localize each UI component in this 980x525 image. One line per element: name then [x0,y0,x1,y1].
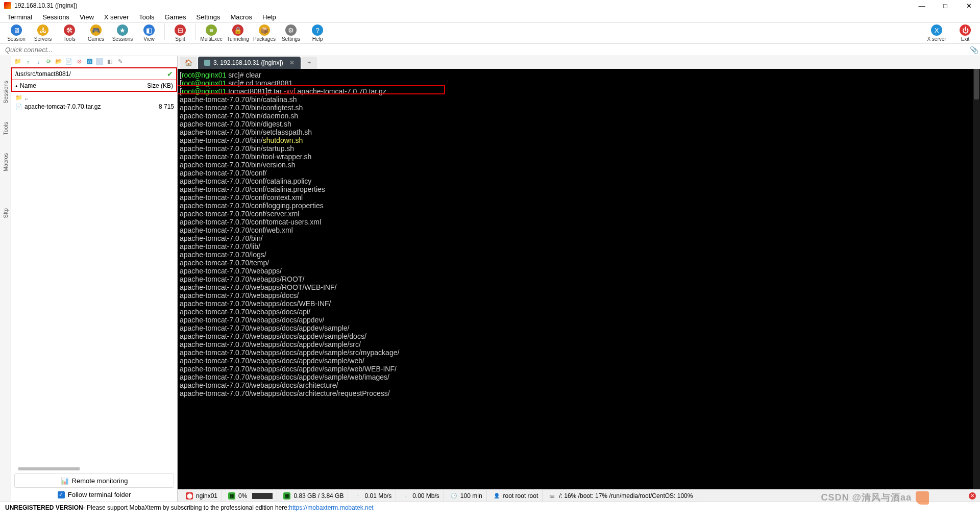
terminal[interactable]: [root@nginx01 src]# clear[root@nginx01 s… [178,69,980,489]
toolbar-label: MultiExec [200,36,222,42]
session-tab[interactable]: 3. 192.168.10.31 ([nginx]) ✕ [198,57,301,69]
left-tabstrip: Sessions Tools Macros Sftp [0,56,11,502]
menu-tools[interactable]: Tools [134,12,159,22]
terminal-scrollbar[interactable] [973,69,980,489]
toolbar-servers[interactable]: 🖧Servers [30,23,56,43]
upload-icon[interactable]: ↑ [24,58,32,65]
session-icon: 🖥 [11,24,22,36]
footer-bold: UNREGISTERED VERSION [5,504,83,511]
sftp-path-bar: ✔ [11,67,177,80]
window-title: 192.168.10.31 ([nginx]) [14,2,77,9]
menu-settings[interactable]: Settings [191,12,226,22]
home-tab[interactable]: 🏠 [180,57,197,69]
terminal-statusbar: ⬤nginx01 ▦0% ▦0.83 GB / 3.84 GB ↑0.01 Mb… [178,489,980,502]
status-uptime: 🕑100 min [446,490,487,502]
remote-monitoring-button[interactable]: 📊 Remote monitoring [14,473,174,488]
toolbar-multiexec[interactable]: ≡MultiExec [198,23,225,43]
quick-connect-bar: 📎 [0,44,980,56]
footer-link[interactable]: https://mobaxterm.mobatek.net [289,504,373,511]
toolbar-tools[interactable]: 🛠Tools [56,23,83,43]
toolbar-session[interactable]: 🖥Session [3,23,30,43]
menu-macros[interactable]: Macros [225,12,257,22]
close-button[interactable]: ✕ [962,2,976,10]
follow-terminal-checkbox[interactable]: ✓ Follow terminal folder [14,491,174,498]
download-icon[interactable]: ↓ [35,58,42,65]
toolbar-view[interactable]: ◧View [136,23,162,43]
refresh-icon[interactable]: ⟳ [45,58,52,65]
new-file-icon[interactable]: 📄 [65,58,72,65]
monitor-icon: 📊 [61,477,69,485]
status-cpu: ▦0% [224,490,277,502]
remote-monitoring-label: Remote monitoring [72,477,128,485]
col-size[interactable]: Size (KB) [132,82,173,89]
user-icon: 👤 [493,492,500,499]
side-tab-sessions[interactable]: Sessions [2,79,10,106]
toolbar-help[interactable]: ?Help [304,23,331,43]
toolbar-tunneling[interactable]: 🔒Tunneling [225,23,251,43]
terminal-area: 🏠 3. 192.168.10.31 ([nginx]) ✕ + [root@n… [178,56,980,502]
toolbar-sessions[interactable]: ★Sessions [109,23,136,43]
quick-connect-input[interactable] [0,44,968,56]
col-name[interactable]: ▴Name [15,82,132,89]
menu-view[interactable]: View [75,12,99,22]
side-tab-macros[interactable]: Macros [2,151,10,173]
toolbar-settings[interactable]: ⚙Settings [278,23,304,43]
menu-help[interactable]: Help [257,12,281,22]
new-folder-icon[interactable]: 📂 [55,58,62,65]
menu-terminal[interactable]: Terminal [2,12,37,22]
filter-icon[interactable] [96,58,103,65]
menu-games[interactable]: Games [160,12,191,22]
side-tab-tools[interactable]: Tools [2,120,10,137]
checkbox-icon: ✓ [58,491,65,498]
sftp-row[interactable]: 📄apache-tomcat-7.0.70.tar.gz8 715 [14,102,174,111]
status-mem: ▦0.83 GB / 3.84 GB [279,490,348,502]
packages-icon: 📦 [259,24,270,36]
delete-icon[interactable]: ⊘ [76,58,83,65]
toolbar-split[interactable]: ⊟Split [167,23,193,43]
flame-icon: ⬤ [186,492,193,499]
side-tab-sftp[interactable]: Sftp [2,206,10,220]
titlebar: 192.168.10.31 ([nginx]) — □ ✕ [0,0,980,11]
view-icon: ◧ [143,24,155,36]
paperclip-icon[interactable]: 📎 [968,46,980,54]
menubar: TerminalSessionsViewX serverToolsGamesSe… [0,11,980,22]
menu-x-server[interactable]: X server [99,12,134,22]
status-close-icon[interactable]: ✕ [969,492,976,499]
toolbar-exit[interactable]: ⏻Exit [953,23,977,43]
hidden-icon[interactable]: ◧ [106,58,113,65]
toolbar-games[interactable]: 🎮Games [83,23,109,43]
edit-icon[interactable]: ✎ [116,58,124,65]
sftp-tab-icon[interactable] [5,188,7,192]
toolbar-label: Servers [34,36,52,42]
toolbar-label: Session [7,36,26,42]
tabbar: 🏠 3. 192.168.10.31 ([nginx]) ✕ + [178,56,980,69]
file-name: apache-tomcat-7.0.70.tar.gz [23,103,133,110]
sftp-row[interactable]: 📁.. [14,93,174,102]
maximize-button[interactable]: □ [938,2,952,10]
new-tab-button[interactable]: + [302,57,317,69]
minimize-button[interactable]: — [915,2,929,10]
status-disk: 🖴/: 16% /boot: 17% /run/media/root/CentO… [545,490,697,502]
games-icon: 🎮 [90,24,102,36]
toolbar-x server[interactable]: XX server [925,23,948,43]
props-icon[interactable]: 🅰 [86,58,93,65]
menu-sessions[interactable]: Sessions [37,12,75,22]
cpu-icon: ▦ [228,492,235,499]
toolbar-label: Settings [282,36,300,42]
tab-close-icon[interactable]: ✕ [289,59,295,66]
check-icon: ✔ [167,70,173,78]
sessions-icon: ★ [117,24,128,36]
sftp-header: ▴Name Size (KB) [11,80,177,92]
down-icon: ↓ [402,492,409,499]
sftp-list: 📁..📄apache-tomcat-7.0.70.tar.gz8 715 [11,92,177,467]
folder-icon[interactable]: 📁 [14,58,21,65]
sessions-tab-icon[interactable] [5,60,7,64]
toolbar: 🖥Session🖧Servers🛠Tools🎮Games★Sessions◧Vi… [0,22,980,44]
toolbar-label: Games [88,36,104,42]
toolbar-label: Packages [253,36,276,42]
toolbar-packages[interactable]: 📦Packages [251,23,278,43]
toolbar-label: Help [312,36,323,42]
servers-icon: 🖧 [37,24,48,36]
sftp-path-input[interactable] [15,70,165,78]
split-icon: ⊟ [175,24,186,36]
